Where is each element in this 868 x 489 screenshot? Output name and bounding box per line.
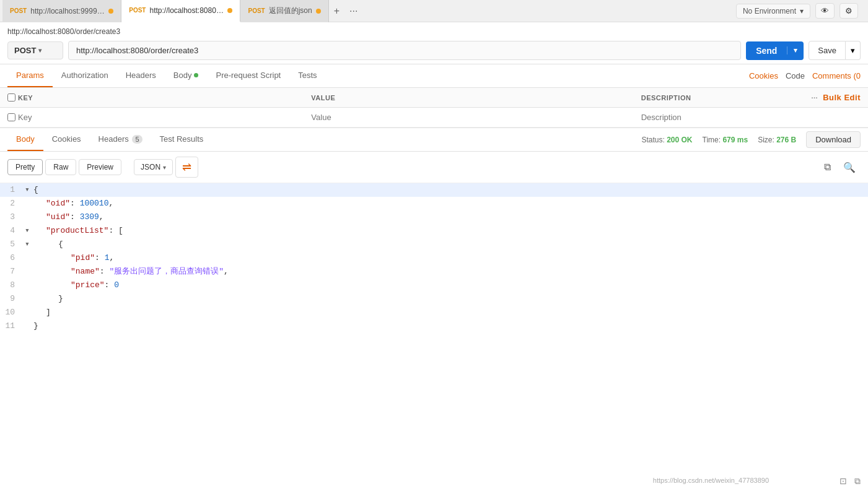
tab-body-label: Body [173,71,192,80]
url-input[interactable] [68,41,741,60]
resp-tab-test-results[interactable]: Test Results [151,128,213,151]
line-number: 1 [0,184,25,196]
json-line: 1 ▾ { [0,183,868,197]
tab2-dot [227,8,232,13]
comments-link[interactable]: Comments (0 [812,71,861,80]
resp-tab-cookies[interactable]: Cookies [43,128,90,151]
body-active-dot [194,73,198,77]
more-tabs-button[interactable]: ··· [344,0,362,22]
table-row [0,108,868,128]
json-line: 4 ▾ "productList": [ [0,224,868,238]
request-tabs: Params Authorization Headers Body Pre-re… [0,64,868,88]
save-button[interactable]: Save [809,41,846,60]
tab-params[interactable]: Params [7,64,53,87]
tab-authorization-label: Authorization [61,71,108,80]
tab-body[interactable]: Body [165,64,208,87]
response-status-area: Status: 200 OK Time: 679 ms Size: 276 B … [641,131,861,148]
resp-tab-body[interactable]: Body [7,128,43,151]
tab2-url: http://localhost:8080/orde [149,6,224,15]
size-label: Size: 276 B [758,136,796,144]
tab2-method: POST [129,7,146,14]
wrap-button[interactable]: ⇌ [175,157,198,178]
json-line: 10 ] [0,306,868,319]
json-line: 11 } [0,319,868,333]
right-links: Cookies Code Comments (0 [749,71,861,80]
tab1-dot [108,9,113,14]
environment-chevron: ▾ [800,7,804,15]
format-label: JSON [141,163,160,171]
col-header-key: KEY [0,88,304,108]
new-tab-button[interactable]: + [329,0,344,22]
format-select[interactable]: JSON ▾ [134,159,173,175]
json-line: 7 "name": "服务出问题了，商品查询错误", [0,265,868,279]
tab-headers-label: Headers [126,71,156,80]
json-line: 2 "oid": 100010, [0,197,868,210]
download-button[interactable]: Download [806,131,861,148]
time-value: 679 ms [722,136,748,144]
json-line: 8 "price": 0 [0,279,868,292]
tab-prerequest-label: Pre-request Script [216,71,281,80]
code-link[interactable]: Code [786,71,805,80]
tab1-url: http://localhost:9999/serv [30,7,105,15]
eye-icon[interactable]: 👁 [815,3,835,19]
copy-button[interactable]: ⧉ [819,159,836,175]
col-header-desc: DESCRIPTION ··· Bulk Edit [634,88,868,108]
tab-authorization[interactable]: Authorization [53,64,117,87]
save-dropdown-button[interactable]: ▾ [846,41,861,60]
collapse-toggle[interactable]: ▾ [25,225,33,237]
send-button[interactable]: Send ▾ [746,41,804,60]
collapse-toggle[interactable]: ▾ [25,238,33,251]
settings-icon[interactable]: ⚙ [840,3,858,19]
tab3-method: POST [248,7,265,14]
tab-3[interactable]: POST 返回值的json [240,0,328,22]
pretty-button[interactable]: Pretty [7,159,43,175]
params-table: KEY VALUE DESCRIPTION ··· Bulk Edit [0,88,868,128]
environment-select[interactable]: No Environment ▾ [736,4,810,19]
response-header: Body Cookies Headers 5 Test Results Stat… [0,128,868,152]
search-button[interactable]: 🔍 [838,159,861,176]
json-line: 6 "pid": 1, [0,251,868,265]
tab-1[interactable]: POST http://localhost:9999/serv [2,0,121,22]
tab-params-label: Params [16,71,44,80]
tab-tests[interactable]: Tests [289,64,325,87]
url-bar-section: http://localhost:8080/order/create3 POST… [0,22,868,64]
format-chevron-icon: ▾ [163,164,166,171]
json-line: 9 } [0,292,868,306]
tab-tests-label: Tests [298,71,317,80]
preview-button[interactable]: Preview [79,159,121,175]
row-checkbox[interactable] [7,113,15,121]
more-options-icon[interactable]: ··· [811,94,818,102]
time-label: Time: 679 ms [703,136,748,144]
key-cell [0,108,304,128]
key-input[interactable] [18,113,296,122]
send-arrow-icon[interactable]: ▾ [787,46,804,54]
tab3-url: 返回值的json [269,6,312,16]
cookies-link[interactable]: Cookies [749,71,778,80]
resp-tab-headers[interactable]: Headers 5 [90,128,151,151]
json-line: 3 "uid": 3309, [0,210,868,224]
value-input[interactable] [311,113,626,122]
col-header-value: VALUE [304,88,633,108]
environment-label: No Environment [743,7,796,15]
desc-cell [634,108,868,128]
page-url-label: http://localhost:8080/order/create3 [7,27,861,36]
collapse-toggle[interactable]: ▾ [25,184,33,196]
raw-button[interactable]: Raw [45,159,76,175]
response-body-toolbar: Pretty Raw Preview JSON ▾ ⇌ ⧉ 🔍 [0,152,868,183]
response-section: Body Cookies Headers 5 Test Results Stat… [0,128,868,369]
tab-2[interactable]: POST http://localhost:8080/orde [121,0,240,22]
status-label: Status: 200 OK [641,136,692,144]
method-select[interactable]: POST ▾ [7,41,63,59]
tab3-dot [316,9,321,14]
json-viewer: 1 ▾ { 2 "oid": 100010, 3 "uid": 3309, 4 … [0,183,868,369]
url-bar: POST ▾ Send ▾ Save ▾ [7,41,861,60]
send-label: Send [746,46,787,56]
bulk-edit-link[interactable]: Bulk Edit [823,93,861,102]
size-value: 276 B [776,136,796,144]
method-label: POST [14,46,36,55]
desc-input[interactable] [641,113,861,122]
tab-headers[interactable]: Headers [117,64,165,87]
tab-prerequest[interactable]: Pre-request Script [207,64,289,87]
tabs-bar: POST http://localhost:9999/serv POST htt… [0,0,868,22]
select-all-checkbox[interactable] [7,93,15,102]
